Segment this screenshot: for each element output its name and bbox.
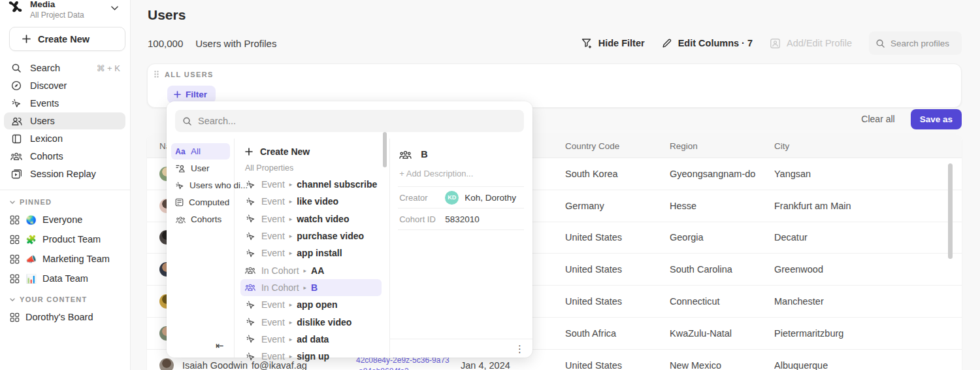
more-options-icon[interactable]: ⋮ bbox=[515, 344, 525, 354]
cohort-title: B bbox=[421, 149, 427, 160]
category-all[interactable]: Aa All bbox=[171, 143, 230, 160]
city-cell: Albuquerque bbox=[774, 360, 962, 370]
dropdown-item-event-sign-up[interactable]: Event▸sign up bbox=[240, 348, 382, 365]
create-new-button[interactable]: Create New bbox=[9, 27, 125, 51]
cohort-icon bbox=[399, 150, 412, 160]
chart-emoji-icon: 📊 bbox=[25, 274, 37, 284]
sidebar-item-marketing-team[interactable]: 📣 Marketing Team bbox=[0, 249, 130, 269]
project-name: Media bbox=[30, 0, 84, 10]
megaphone-emoji-icon: 📣 bbox=[25, 254, 37, 264]
dropdown-item-event-like-video[interactable]: Event▸like video bbox=[240, 193, 382, 210]
dropdown-item-event-dislike-video[interactable]: Event▸dislike video bbox=[240, 313, 382, 330]
sidebar-item-search[interactable]: Search ⌘ + K bbox=[4, 59, 125, 76]
collapse-panel-icon[interactable]: ⇤ bbox=[216, 340, 224, 352]
puzzle-emoji-icon: 🧩 bbox=[25, 235, 37, 244]
save-as-button[interactable]: Save as bbox=[911, 109, 962, 129]
sidebar-item-users[interactable]: Users bbox=[4, 112, 125, 129]
dropdown-item-event-channel-subscribe[interactable]: Event▸channel subscribe bbox=[240, 176, 382, 193]
category-cohorts[interactable]: Cohorts bbox=[171, 211, 230, 227]
cohorts-icon bbox=[175, 216, 186, 224]
dropdown-categories: Aa All User Users who di... Computed bbox=[167, 139, 234, 358]
city-cell: Frankfurt am Main bbox=[774, 201, 962, 211]
plus-icon bbox=[174, 91, 181, 98]
category-users-who-did[interactable]: Users who di... bbox=[171, 177, 230, 193]
event-spark-icon bbox=[245, 180, 256, 190]
region-cell: Gyeongsangnam-do bbox=[670, 169, 774, 179]
project-switcher[interactable]: Media All Project Data bbox=[0, 0, 130, 20]
drag-handle-icon[interactable] bbox=[154, 70, 159, 78]
caret-icon: ▸ bbox=[289, 216, 293, 222]
pinned-section-header[interactable]: PINNED bbox=[0, 197, 130, 210]
dropdown-item-event-purchase-video[interactable]: Event▸purchase video bbox=[240, 227, 382, 244]
sidebar: Media All Project Data Create New Search… bbox=[0, 0, 131, 370]
dropdown-item-cohort-b[interactable]: In Cohort▸B bbox=[240, 279, 382, 296]
clear-all-button[interactable]: Clear all bbox=[861, 114, 894, 124]
filter-actions: Clear all Save as bbox=[861, 109, 962, 129]
your-content-section-header[interactable]: YOUR CONTENT bbox=[0, 294, 130, 307]
category-computed[interactable]: Computed bbox=[171, 194, 230, 210]
book-icon bbox=[10, 134, 22, 144]
cohort-popover: B + Add Description... Creator KD Koh, D… bbox=[390, 139, 532, 358]
add-filter-button[interactable]: Filter bbox=[167, 86, 216, 103]
sidebar-item-data-team[interactable]: 📊 Data Team bbox=[0, 269, 130, 288]
category-user[interactable]: User bbox=[171, 160, 230, 177]
funnel-plus-icon bbox=[581, 38, 593, 48]
sidebar-nav: Search ⌘ + K Discover Events Users Lexic… bbox=[0, 59, 130, 182]
dropdown-item-event-watch-video[interactable]: Event▸watch video bbox=[240, 210, 382, 227]
event-spark-icon bbox=[245, 248, 256, 258]
sidebar-item-cohorts[interactable]: Cohorts bbox=[4, 148, 125, 165]
chevron-down-icon[interactable] bbox=[111, 6, 118, 10]
dropdown-item-event-app-open[interactable]: Event▸app open bbox=[240, 296, 382, 313]
search-profiles-input[interactable] bbox=[890, 39, 956, 48]
dropdown-create-new[interactable]: Create New bbox=[240, 143, 382, 160]
page-title: Users bbox=[148, 7, 186, 23]
event-spark-icon bbox=[245, 352, 256, 362]
sidebar-divider bbox=[0, 190, 130, 190]
user-count-row: 100,000 Users with Profiles bbox=[148, 38, 276, 49]
event-spark-icon bbox=[245, 214, 256, 224]
dropdown-item-list: Create New All Properties Event▸channel … bbox=[235, 139, 389, 358]
profile-badge-icon bbox=[770, 38, 781, 49]
country-cell: United States bbox=[565, 264, 670, 275]
sidebar-item-product-team[interactable]: 🧩 Product Team bbox=[0, 229, 130, 249]
column-header-city[interactable]: City bbox=[774, 141, 962, 151]
event-spark-icon bbox=[245, 197, 256, 207]
caret-icon: ▸ bbox=[289, 301, 293, 308]
sidebar-item-everyone[interactable]: 🌏 Everyone bbox=[0, 210, 130, 229]
caret-icon: ▸ bbox=[289, 233, 293, 239]
column-header-country-code[interactable]: Country Code bbox=[565, 141, 670, 151]
cohort-icon bbox=[245, 266, 256, 275]
add-description-button[interactable]: + Add Description... bbox=[398, 167, 524, 187]
edit-columns-button[interactable]: Edit Columns · 7 bbox=[662, 38, 753, 48]
event-spark-icon bbox=[245, 317, 256, 327]
board-grid-icon bbox=[10, 254, 20, 264]
plus-icon bbox=[245, 148, 253, 156]
aa-text-icon: Aa bbox=[175, 147, 186, 156]
creator-row: Creator KD Koh, Dorothy bbox=[398, 187, 524, 209]
dropdown-item-event-ad-data[interactable]: Event▸ad data bbox=[240, 331, 382, 348]
caret-icon: ▸ bbox=[289, 198, 293, 205]
hide-filter-button[interactable]: Hide Filter bbox=[581, 38, 645, 48]
search-icon bbox=[182, 116, 192, 126]
country-cell: United States bbox=[565, 360, 670, 370]
board-grid-icon bbox=[10, 274, 20, 284]
sidebar-item-session-replay[interactable]: Session Replay bbox=[4, 165, 125, 182]
dropdown-scrollbar[interactable] bbox=[383, 132, 387, 167]
sidebar-item-discover[interactable]: Discover bbox=[4, 77, 125, 94]
column-header-region[interactable]: Region bbox=[670, 141, 774, 151]
dropdown-item-event-app-install[interactable]: Event▸app install bbox=[240, 244, 382, 261]
search-shortcut: ⌘ + K bbox=[97, 63, 121, 73]
compass-icon bbox=[10, 80, 22, 91]
board-grid-icon bbox=[10, 312, 20, 322]
board-grid-icon bbox=[10, 235, 20, 244]
sidebar-item-dorothys-board[interactable]: Dorothy's Board bbox=[0, 307, 130, 327]
sidebar-item-events[interactable]: Events bbox=[4, 95, 125, 112]
dropdown-search-input[interactable] bbox=[198, 116, 517, 126]
sidebar-item-lexicon[interactable]: Lexicon bbox=[4, 130, 125, 147]
add-edit-profile-button[interactable]: Add/Edit Profile bbox=[770, 38, 852, 49]
dropdown-item-cohort-aa[interactable]: In Cohort▸AA bbox=[240, 261, 382, 278]
cohort-id-row: Cohort ID 5832010 bbox=[398, 209, 524, 230]
table-scrollbar[interactable] bbox=[948, 163, 953, 259]
plus-icon bbox=[22, 35, 31, 43]
city-cell: Pietermaritzburg bbox=[774, 328, 962, 339]
